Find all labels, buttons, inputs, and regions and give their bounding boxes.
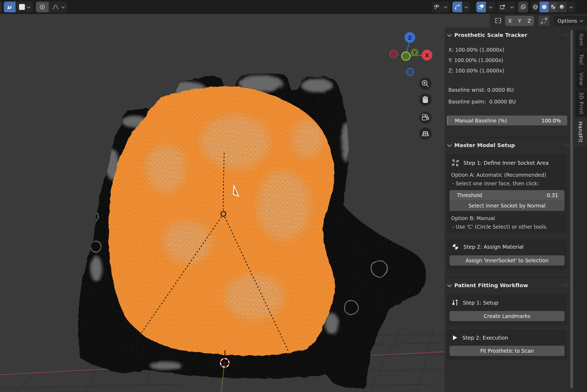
collapse-chevron-icon [447,143,452,147]
xray-toggle-button[interactable] [518,2,528,12]
viewport-nav-buttons [419,78,432,140]
square-handles-icon [500,4,506,10]
shading-rendered-button[interactable] [557,2,566,12]
overlays-circles-icon [478,4,485,10]
perspective-toggle-button[interactable] [419,128,432,140]
show-object-types-button[interactable] [432,2,442,12]
panel-grip-handle[interactable] [562,284,570,287]
tab-view[interactable]: View [576,70,587,89]
step1-title-row: Step 1: Define Inner Socket Area [449,157,565,168]
collapse-chevron-icon [447,32,452,37]
viewport-frame-button[interactable] [498,2,508,12]
shading-dropdown-chevron[interactable] [566,2,575,12]
create-landmarks-button[interactable]: Create Landmarks [449,311,565,321]
threshold-label: Threshold [457,192,482,198]
gizmo-axis-y-neg[interactable] [402,52,410,60]
threshold-slider[interactable]: Threshold 0.31 [449,190,565,200]
fit-prosthetic-button[interactable]: Fit Prosthetic to Scan [449,346,565,356]
sidebar-panel: Prosthetic Scale Tracker X: 100.00% (1.0… [445,28,574,392]
snap-group [4,2,33,12]
navigation-gizmo[interactable]: Y Z X [390,32,432,76]
shading-wireframe-button[interactable] [531,2,540,12]
gizmos-chevron[interactable] [462,2,470,12]
solid-sphere-icon [541,4,547,10]
overlays-toggle-button[interactable] [476,2,486,12]
hand-icon [423,96,428,103]
scale-y-readout: Y: 100.00% (1.0000x) [445,55,574,66]
guide-node[interactable] [221,212,226,216]
gizmos-toggle-button[interactable] [452,2,462,12]
material-sphere-icon [550,4,556,10]
slider-fill [447,116,448,125]
fitting-step1-box: Step 1: Setup Create Landmarks [447,294,567,325]
assign-innersocket-button[interactable]: Assign 'InnerSocket' to Selection [449,255,565,266]
show-object-types-chevron[interactable] [442,2,449,12]
gizmo-axis-x-neg[interactable] [390,50,397,58]
tab-3d-print[interactable]: 3D Print [576,90,587,117]
fitting-step1-row: Step 1: Setup [449,298,565,307]
step2-material-box: Step 2: Assign Material Assign 'InnerSoc… [447,238,567,270]
slider-value: 100.0% [542,118,561,124]
camera-view-button[interactable] [419,112,432,124]
scale-z-readout: Z: 100.00% (1.0000x) [445,66,574,76]
shading-material-button[interactable] [548,2,557,12]
snap-toggle-button[interactable] [4,2,16,12]
options-label: Options [558,18,577,24]
threshold-value: 0.31 [547,192,558,198]
proportional-circle-icon [39,4,45,10]
fitting-step1-title: Step 1: Setup [463,300,498,306]
step1-title: Step 1: Define Inner Socket Area [463,160,549,166]
falloff-dropdown[interactable] [49,2,67,12]
gizmo-z-label: Z [408,34,412,41]
gizmo-arc-icon [454,4,460,10]
viewport-frame-chevron[interactable] [508,2,516,12]
tab-handfit[interactable]: HandFit [574,118,587,147]
tab-item[interactable]: Item [576,30,587,49]
section-title: Patient Fitting Workflow [454,282,528,289]
snap-base-button[interactable] [538,16,550,26]
xray-group [518,2,528,12]
fitting-step2-title: Step 2: Execution [462,335,508,341]
gizmo-x-label: X [425,52,429,59]
tool-settings-bar: X Y Z Options [490,14,587,28]
eye-cursor-icon [433,4,440,10]
scale-x-readout: X: 100.00% (1.0000x) [445,45,574,55]
overlays-chevron[interactable] [486,2,495,12]
baseline-wrist-readout: Baseline wrist: 0.0000 BU [445,84,574,96]
options-dropdown[interactable]: Options [553,16,587,26]
fitting-step2-row: Step 2: Execution [449,333,565,342]
section-header-master[interactable]: Master Model Setup [445,138,574,150]
magnet-icon [6,3,13,10]
gizmo-axis-z-neg[interactable] [406,68,414,76]
manual-baseline-slider[interactable]: Manual Baseline (%) 100.0% [447,116,567,125]
pan-button[interactable] [419,94,432,106]
snap-target-dropdown[interactable] [16,2,33,12]
snap-target-icon [19,4,25,10]
step2-title: Step 2: Assign Material [463,244,524,250]
zoom-button[interactable] [419,78,432,90]
dashed-circle-icon [540,17,547,24]
face-select-icon [452,159,459,167]
mirror-z-button[interactable]: Z [525,16,534,26]
mirror-y-button[interactable]: Y [515,16,525,26]
rendered-sphere-icon [559,4,565,10]
tab-tool[interactable]: Tool [576,50,587,69]
threshold-group: Threshold 0.31 Select Inner Socket by No… [449,190,565,211]
option-b-hint: - Use 'C' (Circle Select) or other tools… [449,221,565,230]
step2-title-row: Step 2: Assign Material [449,241,565,252]
mirror-x-button[interactable]: X [505,16,515,26]
panel-grip-handle[interactable] [562,144,570,147]
collapse-chevron-icon [447,283,452,287]
section-header-tracker[interactable]: Prosthetic Scale Tracker [445,28,574,40]
shading-group [531,2,575,12]
proportional-edit-button[interactable] [36,2,49,12]
shading-solid-button[interactable] [540,2,548,12]
select-inner-socket-button[interactable]: Select Inner Socket by Normal [449,200,565,211]
proportional-edit-group [36,2,67,12]
step1-socket-box: Step 1: Define Inner Socket Area Option … [447,154,567,234]
section-header-fitting[interactable]: Patient Fitting Workflow [445,278,574,290]
wireframe-sphere-icon [532,4,539,10]
panel-scrollbar[interactable] [570,30,573,388]
header-edge-sliver [0,2,2,12]
panel-grip-handle[interactable] [562,34,570,36]
